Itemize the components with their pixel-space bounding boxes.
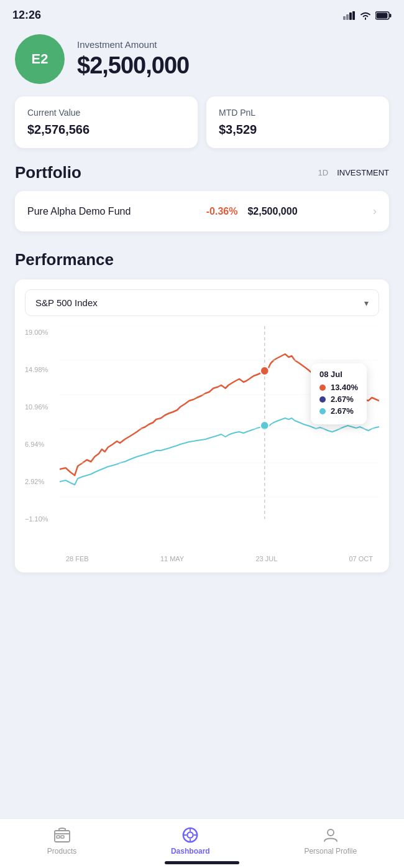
bottom-nav: Products Dashboard Personal Profile <box>0 818 404 868</box>
tooltip-row-2: 2.67% <box>319 394 358 404</box>
portfolio-fund-name: Pure Alpha Demo Fund <box>27 206 131 217</box>
x-label-2: 11 MAY <box>160 555 184 562</box>
chart-svg-area: 08 Jul 13.40% 2.67% 2.67% <box>60 326 379 525</box>
battery-icon <box>375 11 392 20</box>
svg-rect-3 <box>352 11 355 20</box>
svg-rect-18 <box>61 836 64 838</box>
y-label-4: 6.94% <box>25 441 48 448</box>
tab-investment[interactable]: INVESTMENT <box>337 168 389 177</box>
status-time: 12:26 <box>12 9 41 22</box>
svg-rect-17 <box>57 836 60 838</box>
dashboard-icon <box>181 826 199 844</box>
current-value-label: Current Value <box>27 108 185 118</box>
tooltip-row-1: 13.40% <box>319 383 358 392</box>
svg-point-20 <box>188 832 193 838</box>
tooltip-value-2: 2.67% <box>331 394 354 404</box>
portfolio-change: -0.36% <box>206 206 238 217</box>
investment-label: Investment Amount <box>77 39 189 50</box>
benchmark-dropdown[interactable]: S&P 500 Index ▾ <box>25 289 379 316</box>
tab-1d[interactable]: 1D <box>318 168 329 177</box>
y-label-3: 10.96% <box>25 403 48 411</box>
tooltip-value-3: 2.67% <box>331 406 354 416</box>
y-label-6: −1.10% <box>25 515 48 523</box>
nav-profile-label: Personal Profile <box>304 847 357 856</box>
nav-dashboard[interactable]: Dashboard <box>171 826 210 856</box>
svg-rect-2 <box>349 12 352 20</box>
header-section: E2 Investment Amount $2,500,000 <box>0 28 404 96</box>
y-axis-labels: 19.00% 14.98% 10.96% 6.94% 2.92% −1.10% <box>25 326 48 525</box>
x-axis-labels: 28 FEB 11 MAY 23 JUL 07 OCT <box>60 555 379 562</box>
avatar: E2 <box>15 34 65 84</box>
portfolio-arrow-icon: › <box>373 205 377 218</box>
chart-tooltip: 08 Jul 13.40% 2.67% 2.67% <box>311 363 367 424</box>
home-indicator <box>165 861 239 864</box>
nav-products[interactable]: Products <box>47 826 76 856</box>
performance-section: Performance S&P 500 Index ▾ 19.00% 14.98… <box>0 250 404 572</box>
wifi-icon <box>359 11 372 20</box>
performance-card: S&P 500 Index ▾ 19.00% 14.98% 10.96% 6.9… <box>15 279 389 572</box>
portfolio-tabs: 1D INVESTMENT <box>318 168 389 177</box>
y-label-5: 2.92% <box>25 478 48 485</box>
header-info: Investment Amount $2,500,000 <box>77 39 189 79</box>
portfolio-right: -0.36% $2,500,000 <box>206 206 298 217</box>
svg-point-21 <box>328 829 334 836</box>
nav-personal-profile[interactable]: Personal Profile <box>304 826 357 856</box>
tooltip-dot-2 <box>319 396 326 403</box>
mtd-pnl-amount: $3,529 <box>219 123 377 137</box>
dropdown-selected: S&P 500 Index <box>35 297 98 308</box>
status-icons <box>343 11 392 20</box>
performance-title: Performance <box>15 250 389 269</box>
portfolio-card[interactable]: Pure Alpha Demo Fund -0.36% $2,500,000 › <box>15 191 389 231</box>
tooltip-date: 08 Jul <box>319 370 358 379</box>
nav-products-label: Products <box>47 847 76 856</box>
chevron-down-icon: ▾ <box>364 298 369 308</box>
current-value-amount: $2,576,566 <box>27 123 185 137</box>
y-label-1: 19.00% <box>25 329 48 336</box>
tooltip-value-1: 13.40% <box>331 383 358 392</box>
portfolio-title: Portfolio <box>15 163 81 182</box>
investment-amount: $2,500,000 <box>77 52 189 79</box>
performance-chart: 19.00% 14.98% 10.96% 6.94% 2.92% −1.10% <box>25 326 379 562</box>
cards-row: Current Value $2,576,566 MTD PnL $3,529 <box>0 96 404 163</box>
nav-dashboard-label: Dashboard <box>171 847 210 856</box>
svg-rect-5 <box>390 14 392 17</box>
svg-point-8 <box>260 366 269 375</box>
tooltip-row-3: 2.67% <box>319 406 358 416</box>
personal-profile-icon <box>322 826 339 844</box>
svg-rect-1 <box>346 14 349 20</box>
portfolio-section-header: Portfolio 1D INVESTMENT <box>0 163 404 191</box>
x-label-4: 07 OCT <box>349 555 373 562</box>
tooltip-dot-1 <box>319 385 326 391</box>
current-value-card: Current Value $2,576,566 <box>15 96 198 148</box>
signal-icon <box>343 11 356 20</box>
status-bar: 12:26 <box>0 0 404 28</box>
tooltip-dot-3 <box>319 408 326 414</box>
x-label-3: 23 JUL <box>255 555 277 562</box>
mtd-pnl-card: MTD PnL $3,529 <box>206 96 389 148</box>
y-label-2: 14.98% <box>25 366 48 373</box>
svg-rect-6 <box>377 12 388 18</box>
portfolio-value: $2,500,000 <box>247 206 297 217</box>
svg-rect-0 <box>343 16 346 20</box>
products-icon <box>53 826 71 844</box>
mtd-pnl-label: MTD PnL <box>219 108 377 118</box>
x-label-1: 28 FEB <box>66 555 89 562</box>
